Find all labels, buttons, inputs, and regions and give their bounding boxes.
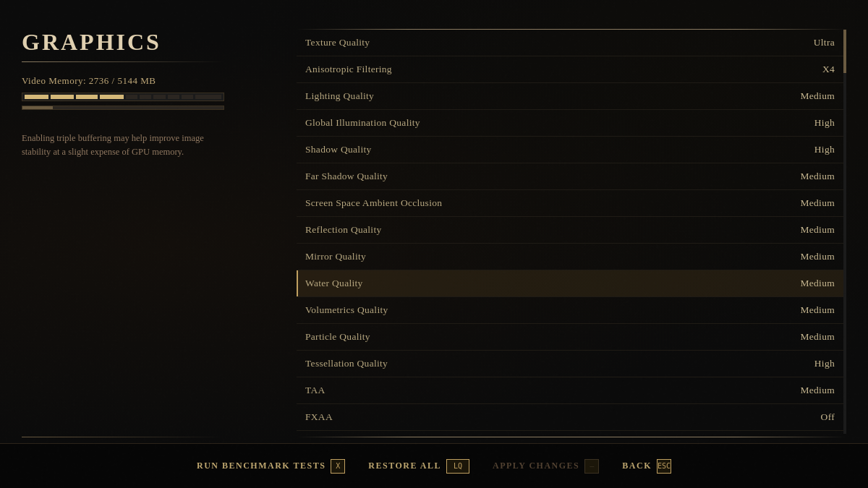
setting-name: Mirror Quality: [305, 251, 366, 262]
key-badge: X: [331, 459, 345, 474]
setting-name: Reflection Quality: [305, 224, 382, 236]
setting-name: Volumetrics Quality: [305, 304, 388, 316]
setting-row[interactable]: Mirror QualityMedium: [297, 244, 846, 270]
settings-list[interactable]: Texture QualityUltraAnisotropic Filterin…: [297, 30, 846, 434]
page-title: Graphics: [22, 29, 268, 56]
vram-seg-9: [182, 95, 193, 99]
setting-name: Shadow Quality: [305, 144, 372, 155]
setting-row[interactable]: Tessellation QualityHigh: [297, 351, 846, 377]
vram-seg-3: [76, 95, 98, 99]
setting-name: Global Illumination Quality: [305, 117, 420, 129]
footer-action-label: Back: [622, 461, 652, 471]
setting-row[interactable]: Screen Space Ambient OcclusionMedium: [297, 190, 846, 217]
right-panel: Texture QualityUltraAnisotropic Filterin…: [297, 22, 846, 437]
vram-seg-7: [153, 95, 165, 99]
vram-second-fill: [22, 106, 53, 109]
footer-action[interactable]: Run Benchmark TestsX: [197, 459, 345, 474]
left-panel: Graphics Video Memory: 2736 / 5144 MB En…: [22, 22, 268, 437]
setting-name: Anisotropic Filtering: [305, 64, 392, 75]
setting-value: Medium: [800, 278, 835, 289]
setting-value: Medium: [800, 90, 835, 102]
footer-action[interactable]: Apply Changes—: [493, 459, 599, 474]
footer-action-label: Run Benchmark Tests: [197, 461, 326, 471]
key-badge: —: [584, 459, 599, 474]
scroll-indicator[interactable]: [843, 30, 846, 73]
vram-seg-5: [126, 95, 137, 99]
setting-name: Texture Quality: [305, 37, 370, 48]
setting-value: High: [814, 144, 835, 155]
key-badge: LQ: [446, 459, 469, 474]
setting-name: FXAA: [305, 411, 333, 423]
setting-row[interactable]: Volumetrics QualityMedium: [297, 297, 846, 324]
setting-value: Medium: [800, 171, 835, 182]
main-layout: Graphics Video Memory: 2736 / 5144 MB En…: [0, 0, 868, 488]
setting-value: Medium: [800, 251, 835, 262]
vram-second-row: [22, 106, 224, 110]
setting-row[interactable]: FXAAOff: [297, 404, 846, 431]
setting-value: High: [814, 117, 835, 129]
setting-row[interactable]: TAAMedium: [297, 377, 846, 404]
setting-value: High: [814, 358, 835, 369]
bottom-divider-left: [22, 437, 224, 437]
setting-value: X4: [822, 64, 835, 75]
setting-name: Far Shadow Quality: [305, 171, 388, 182]
hint-text: Enabling triple buffering may help impro…: [22, 132, 224, 160]
bottom-divider-right: [297, 437, 846, 437]
footer-action-label: Apply Changes: [493, 461, 579, 471]
setting-value: Medium: [800, 197, 835, 209]
setting-row[interactable]: Shadow QualityHigh: [297, 137, 846, 163]
setting-row[interactable]: Water QualityMedium: [297, 270, 846, 297]
vram-seg-4: [100, 95, 124, 99]
setting-row[interactable]: Anisotropic FilteringX4: [297, 56, 846, 83]
footer-action[interactable]: BackESC: [622, 459, 671, 474]
setting-value: Medium: [800, 385, 835, 396]
setting-row[interactable]: Particle QualityMedium: [297, 324, 846, 351]
setting-name: TAA: [305, 385, 326, 396]
setting-name: Screen Space Ambient Occlusion: [305, 197, 442, 209]
footer-action-label: Restore All: [368, 461, 441, 471]
setting-value: Medium: [800, 224, 835, 236]
setting-name: Tessellation Quality: [305, 358, 388, 369]
title-divider: [22, 61, 224, 62]
vram-seg-10: [195, 95, 221, 99]
vram-seg-1: [25, 95, 48, 99]
vram-seg-6: [140, 95, 151, 99]
footer-action[interactable]: Restore AllLQ: [368, 459, 469, 474]
setting-row[interactable]: Far Shadow QualityMedium: [297, 163, 846, 190]
setting-row[interactable]: Lighting QualityMedium: [297, 83, 846, 110]
vram-bar: [22, 93, 224, 101]
vram-seg-8: [168, 95, 179, 99]
setting-name: Particle Quality: [305, 331, 370, 343]
vram-label: Video Memory: 2736 / 5144 MB: [22, 75, 268, 87]
setting-row[interactable]: Reflection QualityMedium: [297, 217, 846, 244]
setting-row[interactable]: Global Illumination QualityHigh: [297, 110, 846, 137]
setting-value: Ultra: [814, 37, 835, 48]
setting-value: Off: [821, 411, 835, 423]
setting-value: Medium: [800, 304, 835, 316]
setting-value: Medium: [800, 331, 835, 343]
setting-name: Lighting Quality: [305, 90, 374, 102]
footer: Run Benchmark TestsXRestore AllLQApply C…: [0, 443, 868, 488]
key-badge: ESC: [657, 459, 671, 474]
vram-seg-2: [51, 95, 75, 99]
setting-row[interactable]: Texture QualityUltra: [297, 30, 846, 56]
setting-name: Water Quality: [305, 278, 363, 289]
